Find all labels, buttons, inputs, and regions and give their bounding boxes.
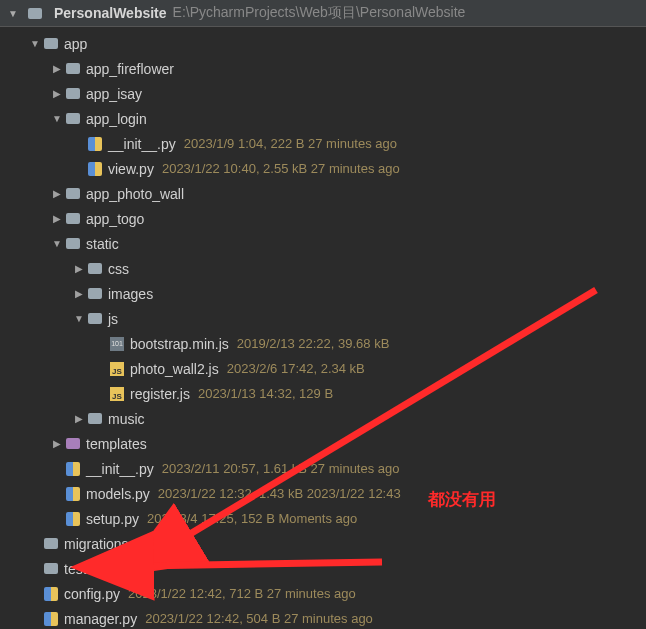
folder-icon: [42, 36, 60, 52]
folder-icon: [64, 61, 82, 77]
tree-item-name: app_isay: [86, 86, 142, 102]
chevron-right-icon[interactable]: ▶: [72, 413, 86, 424]
tree-row[interactable]: ▶music: [0, 406, 646, 431]
file-tree[interactable]: ▼app▶app_fireflower▶app_isay▼app_login▶_…: [0, 27, 646, 629]
tree-item-name: music: [108, 411, 145, 427]
tree-row[interactable]: ▶tests: [0, 556, 646, 581]
folder-icon: [86, 261, 104, 277]
tree-row[interactable]: ▶manager.py2023/1/22 12:42, 504 B 27 min…: [0, 606, 646, 629]
chevron-down-icon[interactable]: ▼: [72, 313, 86, 324]
annotation-text: 都没有用: [428, 488, 496, 511]
chevron-right-icon[interactable]: ▶: [72, 288, 86, 299]
chevron-right-icon[interactable]: ▶: [50, 188, 64, 199]
tree-row[interactable]: ▶app_togo: [0, 206, 646, 231]
tree-item-name: app_fireflower: [86, 61, 174, 77]
project-name[interactable]: PersonalWebsite: [54, 5, 167, 21]
project-header: ▼ PersonalWebsite E:\PycharmProjects\Web…: [0, 0, 646, 27]
js-file-icon: JS: [108, 386, 126, 402]
file-metadata: 2023/2/11 20:57, 1.61 kB 27 minutes ago: [162, 461, 400, 476]
folder-icon: [42, 536, 60, 552]
folder-icon: [64, 186, 82, 202]
folder-icon: [86, 311, 104, 327]
tree-row[interactable]: ▶templates: [0, 431, 646, 456]
tree-row[interactable]: ▼static: [0, 231, 646, 256]
file-metadata: 2023/1/22 10:40, 2.55 kB 27 minutes ago: [162, 161, 400, 176]
tree-item-name: photo_wall2.js: [130, 361, 219, 377]
project-path: E:\PycharmProjects\Web项目\PersonalWebsite: [173, 4, 466, 22]
tree-item-name: bootstrap.min.js: [130, 336, 229, 352]
tree-item-name: app_login: [86, 111, 147, 127]
folder-icon: [26, 5, 44, 21]
folder-icon: [64, 111, 82, 127]
tree-item-name: templates: [86, 436, 147, 452]
chevron-down-icon[interactable]: ▼: [28, 38, 42, 49]
tree-row[interactable]: ▶view.py2023/1/22 10:40, 2.55 kB 27 minu…: [0, 156, 646, 181]
python-file-icon: [64, 461, 82, 477]
tree-item-name: js: [108, 311, 118, 327]
tree-item-name: images: [108, 286, 153, 302]
tree-item-name: __init__.py: [86, 461, 154, 477]
file-metadata: 2023/3/4 17:25, 152 B Moments ago: [147, 511, 357, 526]
chevron-right-icon[interactable]: ▶: [50, 438, 64, 449]
chevron-right-icon[interactable]: ▶: [72, 263, 86, 274]
tree-row[interactable]: ▶setup.py2023/3/4 17:25, 152 B Moments a…: [0, 506, 646, 531]
tree-item-name: app_togo: [86, 211, 144, 227]
tree-row[interactable]: ▼app_login: [0, 106, 646, 131]
file-metadata: 2019/2/13 22:22, 39.68 kB: [237, 336, 390, 351]
tree-row[interactable]: ▶JSphoto_wall2.js2023/2/6 17:42, 2.34 kB: [0, 356, 646, 381]
tree-row[interactable]: ▶app_photo_wall: [0, 181, 646, 206]
folder-icon: [42, 561, 60, 577]
tree-item-name: tests: [64, 561, 94, 577]
file-metadata: 2023/1/22 12:42, 504 B 27 minutes ago: [145, 611, 373, 626]
tree-item-name: migrations: [64, 536, 129, 552]
tree-row[interactable]: ▶app_isay: [0, 81, 646, 106]
tree-item-name: register.js: [130, 386, 190, 402]
chevron-right-icon[interactable]: ▶: [50, 88, 64, 99]
tree-item-name: static: [86, 236, 119, 252]
chevron-right-icon[interactable]: ▶: [50, 63, 64, 74]
tree-row[interactable]: ▶JSregister.js2023/1/13 14:32, 129 B: [0, 381, 646, 406]
tree-row[interactable]: ▶migrations: [0, 531, 646, 556]
file-metadata: 2023/1/22 12:32, 1.43 kB 2023/1/22 12:43: [158, 486, 401, 501]
tree-row[interactable]: ▶101bootstrap.min.js2019/2/13 22:22, 39.…: [0, 331, 646, 356]
folder-icon: [86, 411, 104, 427]
tree-item-name: config.py: [64, 586, 120, 602]
tree-item-name: css: [108, 261, 129, 277]
file-metadata: 2023/2/6 17:42, 2.34 kB: [227, 361, 365, 376]
chevron-down-icon[interactable]: ▼: [50, 113, 64, 124]
chevron-down-icon[interactable]: ▼: [50, 238, 64, 249]
tree-item-name: app: [64, 36, 87, 52]
python-file-icon: [42, 611, 60, 627]
tree-row[interactable]: ▶__init__.py2023/1/9 1:04, 222 B 27 minu…: [0, 131, 646, 156]
tree-item-name: __init__.py: [108, 136, 176, 152]
folder-icon: [64, 86, 82, 102]
python-file-icon: [64, 511, 82, 527]
tree-row[interactable]: ▶images: [0, 281, 646, 306]
file-metadata: 2023/1/13 14:32, 129 B: [198, 386, 333, 401]
tree-item-name: setup.py: [86, 511, 139, 527]
folder-icon: [64, 211, 82, 227]
python-file-icon: [42, 586, 60, 602]
tree-row[interactable]: ▶models.py2023/1/22 12:32, 1.43 kB 2023/…: [0, 481, 646, 506]
python-file-icon: [86, 161, 104, 177]
tree-row[interactable]: ▶css: [0, 256, 646, 281]
tree-row[interactable]: ▶__init__.py2023/2/11 20:57, 1.61 kB 27 …: [0, 456, 646, 481]
tree-item-name: app_photo_wall: [86, 186, 184, 202]
folder-icon: [64, 236, 82, 252]
file-metadata: 2023/1/9 1:04, 222 B 27 minutes ago: [184, 136, 397, 151]
folder-icon: [86, 286, 104, 302]
templates-folder-icon: [64, 436, 82, 452]
file-metadata: 2023/1/22 12:42, 712 B 27 minutes ago: [128, 586, 356, 601]
binary-file-icon: 101: [108, 336, 126, 352]
python-file-icon: [64, 486, 82, 502]
tree-row[interactable]: ▼js: [0, 306, 646, 331]
tree-item-name: view.py: [108, 161, 154, 177]
tree-item-name: manager.py: [64, 611, 137, 627]
tree-row[interactable]: ▼app: [0, 31, 646, 56]
python-file-icon: [86, 136, 104, 152]
tree-row[interactable]: ▶app_fireflower: [0, 56, 646, 81]
chevron-down-icon[interactable]: ▼: [6, 8, 20, 19]
chevron-right-icon[interactable]: ▶: [50, 213, 64, 224]
js-file-icon: JS: [108, 361, 126, 377]
tree-row[interactable]: ▶config.py2023/1/22 12:42, 712 B 27 minu…: [0, 581, 646, 606]
